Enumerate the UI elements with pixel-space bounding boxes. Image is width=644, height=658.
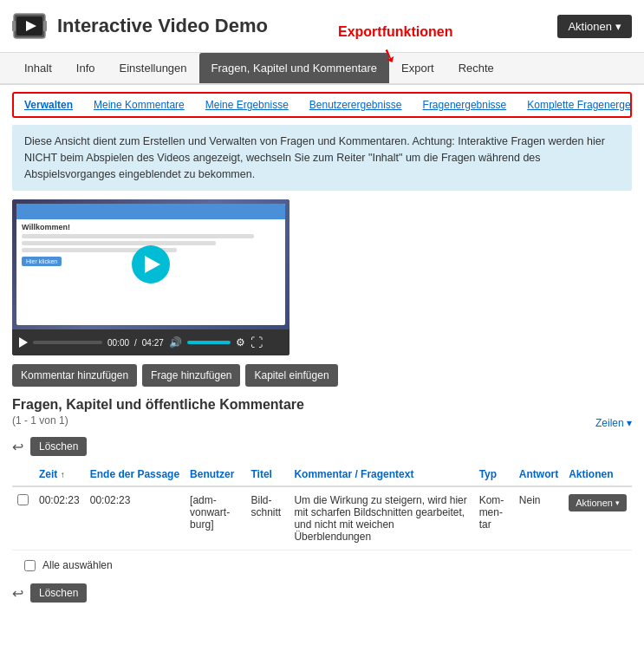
aktionen-button[interactable]: Aktionen (557, 15, 632, 38)
play-triangle-icon (145, 256, 160, 273)
questions-table: Zeit ↑ Ende der Passage Benutzer Titel K… (12, 463, 632, 551)
th-antwort[interactable]: Antwort (514, 463, 563, 486)
video-play-icon[interactable] (19, 337, 28, 348)
row-titel: Bild-schnitt (246, 486, 289, 551)
table-header: Zeit ↑ Ende der Passage Benutzer Titel K… (12, 463, 632, 486)
info-message: Diese Ansicht dient zum Erstellen und Ve… (12, 125, 632, 191)
row-zeit: 00:02:23 (34, 486, 85, 551)
video-time-current: 00:00 (107, 338, 129, 348)
row-aktionen-cell: Aktionen (563, 486, 632, 551)
sub-tab-fragen-ergebnisse[interactable]: Fragenergebnisse (413, 94, 517, 116)
footer-delete-button[interactable]: Löschen (30, 583, 87, 603)
th-titel[interactable]: Titel (246, 463, 289, 486)
preview-line-1 (22, 234, 254, 238)
video-section: Willkommen! Hier klicken 00:00 / 04:27 🔊 (12, 199, 632, 355)
tab-export[interactable]: Export (389, 53, 446, 83)
sub-tab-meine-kommentare[interactable]: Meine Kommentare (83, 94, 195, 116)
row-typ: Kom-men-tar (474, 486, 514, 551)
video-play-button[interactable] (132, 245, 170, 283)
th-benutzer[interactable]: Benutzer (185, 463, 245, 486)
tab-einstellungen[interactable]: Einstellungen (107, 53, 199, 83)
sub-tab-verwalten[interactable]: Verwalten (14, 94, 83, 116)
select-all-label: Alle auswählen (42, 559, 113, 571)
row-ende: 00:02:23 (85, 486, 185, 551)
sub-tab-meine-ergebnisse[interactable]: Meine Ergebnisse (195, 94, 299, 116)
sub-tab-benutzer-ergebnisse[interactable]: Benutzerergebnisse (299, 94, 413, 116)
tab-rechte[interactable]: Rechte (446, 53, 506, 83)
main-tab-bar: Inhalt Info Einstellungen Fragen, Kapite… (0, 53, 644, 85)
app-title: Interactive Video Demo (57, 15, 557, 37)
video-time-total: 04:27 (142, 338, 164, 348)
footer-move-icon[interactable]: ↩ (12, 585, 23, 602)
th-zeit[interactable]: Zeit ↑ (34, 463, 85, 486)
table-body: 00:02:23 00:02:23 [adm-vonwart-burg] Bil… (12, 486, 632, 551)
questions-count: (1 - 1 von 1) (12, 414, 68, 427)
row-antwort: Nein (514, 486, 563, 551)
questions-section: Fragen, Kapitel und öffentliche Kommenta… (12, 397, 632, 603)
row-kommentar: Um die Wirkung zu steigern, wird hier mi… (289, 486, 473, 551)
row-checkbox-cell (12, 486, 34, 551)
settings-icon[interactable]: ⚙ (236, 336, 245, 349)
sub-tab-komplette-fragenergebnisse[interactable]: Komplette Fragenergebnisse (517, 94, 632, 116)
preview-welcome: Willkommen! (22, 223, 280, 231)
video-player[interactable]: Willkommen! Hier klicken 00:00 / 04:27 🔊 (12, 199, 289, 355)
table-header-row: Zeit ↑ Ende der Passage Benutzer Titel K… (12, 463, 632, 486)
insert-chapter-button[interactable]: Kapitel einfügen (245, 364, 337, 387)
app-icon (12, 9, 47, 43)
th-aktionen: Aktionen (563, 463, 632, 486)
video-progress-bar[interactable] (33, 341, 102, 344)
questions-title: Fragen, Kapitel und öffentliche Kommenta… (12, 397, 632, 413)
svg-rect-4 (43, 21, 47, 31)
tab-info[interactable]: Info (64, 53, 107, 83)
video-controls-bar: 00:00 / 04:27 🔊 ⚙ ⛶ (12, 329, 289, 355)
volume-bar[interactable] (187, 341, 231, 344)
tab-fragen[interactable]: Fragen, Kapitel und Kommentare (199, 53, 390, 83)
preview-cta-btn: Hier klicken (22, 257, 62, 266)
th-checkbox (12, 463, 34, 486)
fullscreen-icon[interactable]: ⛶ (250, 336, 263, 349)
preview-line-2 (22, 241, 216, 245)
svg-rect-3 (12, 21, 16, 31)
app-header: Interactive Video Demo Aktionen (0, 0, 644, 53)
select-all-checkbox[interactable] (24, 560, 36, 571)
preview-blue-bar (16, 204, 285, 219)
sub-tab-bar: Verwalten Meine Kommentare Meine Ergebni… (12, 92, 632, 118)
video-preview-area: Willkommen! Hier klicken (12, 199, 289, 329)
footer-actions: Alle auswählen (24, 559, 620, 571)
th-kommentar[interactable]: Kommentar / Fragentext (289, 463, 473, 486)
sort-arrow-zeit: ↑ (61, 470, 65, 479)
row-aktionen-button[interactable]: Aktionen (569, 494, 627, 511)
top-delete-button[interactable]: Löschen (30, 437, 87, 456)
video-time-separator: / (134, 338, 137, 348)
rows-dropdown[interactable]: Zeilen ▾ (595, 417, 632, 429)
table-row: 00:02:23 00:02:23 [adm-vonwart-burg] Bil… (12, 486, 632, 551)
volume-icon[interactable]: 🔊 (169, 336, 182, 349)
th-typ[interactable]: Typ (474, 463, 514, 486)
action-buttons-bar: Kommentar hinzufügen Frage hinzufügen Ka… (12, 364, 632, 387)
row-checkbox[interactable] (17, 494, 29, 505)
th-ende[interactable]: Ende der Passage (85, 463, 185, 486)
add-question-button[interactable]: Frage hinzufügen (142, 364, 240, 387)
move-icon[interactable]: ↩ (12, 439, 23, 455)
add-comment-button[interactable]: Kommentar hinzufügen (12, 364, 137, 387)
row-benutzer: [adm-vonwart-burg] (185, 486, 245, 551)
questions-toolbar: (1 - 1 von 1) Zeilen ▾ (12, 414, 632, 432)
tab-inhalt[interactable]: Inhalt (12, 53, 64, 83)
